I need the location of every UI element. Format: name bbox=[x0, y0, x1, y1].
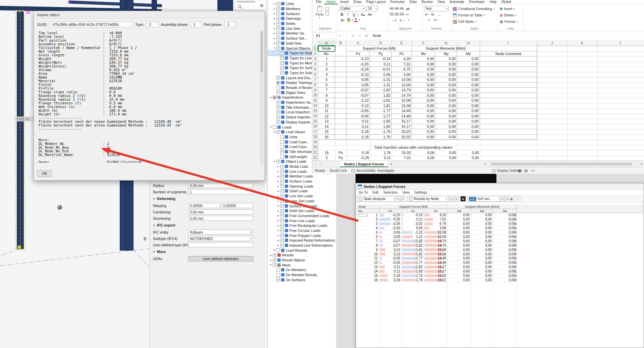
table-cell[interactable]: 0,00 bbox=[493, 278, 517, 283]
cell-value[interactable]: 1,31 bbox=[370, 83, 392, 88]
table-cell[interactable]: 1,77 bbox=[402, 261, 424, 265]
property-dropdown[interactable]: NOTDEFINED▾ bbox=[188, 236, 253, 241]
cell-value[interactable]: -0,05 bbox=[346, 114, 370, 119]
menu-item-edit[interactable]: Edit bbox=[373, 191, 379, 194]
chevron-right-icon[interactable]: ▸ bbox=[276, 185, 280, 188]
cell-value[interactable]: -1,82 bbox=[370, 88, 392, 93]
row-header-3[interactable]: 3 bbox=[312, 56, 318, 62]
table-row-node-no[interactable]: 1 bbox=[357, 213, 379, 217]
align-right-icon[interactable] bbox=[400, 13, 404, 16]
cell-comment[interactable] bbox=[480, 103, 537, 109]
chevron-right-icon[interactable]: ▸ bbox=[273, 17, 276, 20]
scroll-right-icon[interactable]: ▸ bbox=[641, 162, 643, 165]
table-cell[interactable]: 0,00 bbox=[471, 217, 493, 222]
wrap-text-icon[interactable]: ↩ bbox=[405, 12, 410, 17]
section-collapse-icon[interactable]: ▼ bbox=[153, 198, 155, 200]
table-settings-icon[interactable]: ▦ bbox=[508, 196, 514, 202]
cell-value[interactable]: 0,13 bbox=[346, 98, 370, 103]
increase-font-button[interactable]: A▴ bbox=[360, 12, 366, 17]
table-cell[interactable]: 0,00 bbox=[493, 269, 517, 274]
cell-node-no[interactable]: 1 bbox=[318, 56, 335, 62]
cell-comment[interactable] bbox=[480, 67, 537, 72]
tree-item[interactable]: ▸✓Imposed Nodal Deformations bbox=[268, 238, 336, 243]
checkbox[interactable]: ✓ bbox=[276, 41, 280, 45]
spreadsheet-grid[interactable]: ABCDEFGHIJKL1234567891011121314151617181… bbox=[312, 41, 644, 160]
checkbox[interactable] bbox=[280, 145, 284, 149]
cell-value[interactable]: 1,82 bbox=[370, 93, 392, 98]
cancel-icon[interactable]: × bbox=[350, 34, 357, 38]
table-cell[interactable]: 0,00 bbox=[471, 252, 493, 256]
scrollbar-thumb[interactable] bbox=[491, 163, 632, 165]
cell[interactable]: Px bbox=[335, 150, 346, 155]
checkbox[interactable]: ✓ bbox=[276, 12, 280, 15]
decrease-font-button[interactable]: A▾ bbox=[367, 12, 373, 17]
increase-indent-icon[interactable]: ≡→ bbox=[398, 17, 406, 22]
cell-comment[interactable] bbox=[480, 119, 537, 124]
checkbox[interactable]: ✓ bbox=[280, 214, 284, 217]
cell[interactable]: Py bbox=[335, 155, 346, 161]
cell-value[interactable]: 0,00 bbox=[457, 119, 480, 124]
ribbon-tab-formulas[interactable]: Formulas bbox=[388, 0, 407, 4]
property-input[interactable]: 1 bbox=[188, 189, 253, 194]
tree-item[interactable]: On Member Results bbox=[268, 272, 336, 278]
cell-comment[interactable] bbox=[480, 135, 537, 140]
row-header-1[interactable]: 1 bbox=[312, 46, 318, 51]
delete-cells-button[interactable]: ⊟Delete▾ bbox=[500, 12, 521, 18]
checkbox[interactable]: ✓ bbox=[276, 17, 280, 20]
table-cell[interactable]: 0,00 bbox=[471, 226, 493, 231]
cell-value[interactable]: 14,48 bbox=[392, 114, 412, 119]
chevron-right-icon[interactable]: ▸ bbox=[273, 2, 276, 5]
checkbox[interactable] bbox=[280, 140, 284, 144]
table-cell[interactable]: 0,00 bbox=[471, 261, 493, 265]
table-cell[interactable]: 0,00 bbox=[493, 252, 517, 256]
decrease-indent-icon[interactable]: ←≡ bbox=[390, 17, 397, 22]
cell-component-header[interactable]: Px bbox=[346, 51, 370, 57]
checkbox[interactable]: ✓ bbox=[280, 229, 284, 232]
normal-view-icon[interactable]: ▦ bbox=[518, 168, 521, 173]
cell[interactable] bbox=[335, 77, 346, 83]
ribbon-tab-insert[interactable]: Insert bbox=[338, 0, 351, 4]
checkbox[interactable]: ✓ bbox=[276, 160, 280, 163]
align-center-icon[interactable] bbox=[395, 13, 399, 16]
table-cell[interactable]: 0,00 bbox=[448, 252, 471, 256]
cell-value[interactable]: 0,00 bbox=[412, 77, 435, 83]
table-cell[interactable]: -0,25 bbox=[379, 222, 402, 226]
table-cell[interactable]: -1,76 bbox=[402, 274, 424, 278]
checkbox[interactable] bbox=[276, 86, 280, 90]
cell[interactable]: -0,25 bbox=[346, 155, 370, 161]
align-bottom-icon[interactable] bbox=[400, 7, 404, 10]
table-cell[interactable]: -1,31 bbox=[402, 231, 424, 235]
add-sheet-button[interactable]: + bbox=[390, 161, 393, 166]
checkbox[interactable]: ✓ bbox=[273, 263, 276, 267]
cell-styles-button[interactable]: Cell Styles▾ bbox=[453, 18, 496, 25]
ribbon-tab-review[interactable]: Review bbox=[419, 0, 435, 4]
table-cell[interactable]: 0,13 bbox=[379, 252, 402, 256]
table-cell[interactable]: 0,05 bbox=[379, 231, 402, 235]
cell-value[interactable]: 0,00 bbox=[435, 98, 457, 103]
tree-item[interactable]: ▸✓Results bbox=[268, 253, 336, 258]
cell-value[interactable]: 0,05 bbox=[370, 72, 392, 78]
cell-value[interactable]: 0,00 bbox=[435, 56, 457, 62]
cell[interactable] bbox=[335, 72, 346, 78]
checkbox[interactable]: ✓ bbox=[280, 194, 284, 198]
cell-value[interactable]: 0,00 bbox=[412, 72, 435, 78]
table-cell[interactable]: -0,01 bbox=[402, 222, 424, 226]
table-cell[interactable]: 15,02 bbox=[424, 274, 448, 278]
row-header-12[interactable]: 12 bbox=[312, 103, 318, 109]
cell-value[interactable]: 0,00 bbox=[412, 83, 435, 88]
chevron-right-icon[interactable]: ▸ bbox=[276, 190, 280, 193]
table-cell[interactable]: 0,00 bbox=[493, 226, 517, 231]
table-cell[interactable]: 15,02 bbox=[424, 278, 448, 283]
cell-value[interactable]: 0,00 bbox=[435, 83, 457, 88]
tree-item[interactable]: On Members bbox=[268, 267, 336, 272]
fill-handle[interactable] bbox=[334, 50, 336, 52]
search-icon[interactable] bbox=[238, 5, 242, 9]
cell-node-no[interactable]: 7 bbox=[318, 88, 335, 93]
chevron-right-icon[interactable]: ▸ bbox=[273, 7, 276, 10]
table-cell[interactable]: -0,16 bbox=[402, 213, 424, 217]
cell[interactable]: 0,00 bbox=[412, 150, 435, 155]
table-cell[interactable]: 14,49 bbox=[424, 256, 448, 261]
table-cell[interactable]: 0,00 bbox=[471, 274, 493, 278]
checkbox[interactable]: ✓ bbox=[280, 199, 284, 203]
italic-button[interactable]: I bbox=[345, 12, 351, 17]
